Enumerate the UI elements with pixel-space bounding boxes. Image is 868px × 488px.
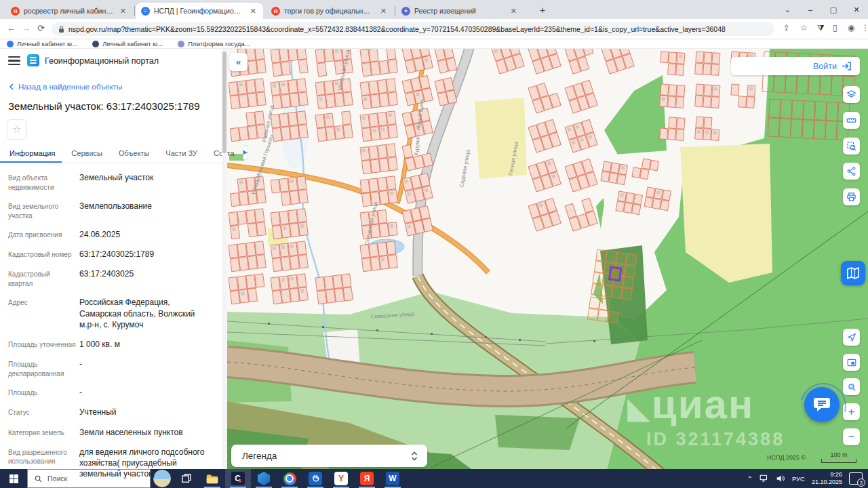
back-to-results-link[interactable]: Назад в найденные объекты [9,83,122,91]
forward-button[interactable]: → [22,23,31,33]
time: 9:26 [812,471,842,479]
bookmark-item-2[interactable]: Платформа госуда... [178,40,250,47]
tab-close-icon[interactable]: ✕ [249,7,258,16]
window-minimize-button[interactable]: – [799,5,822,14]
share-map-button[interactable] [843,163,860,180]
chrome-icon[interactable] [277,469,302,488]
sidebar-tab-части зу[interactable]: Части ЗУ [156,149,204,163]
field-label: Кадастровый квартал [8,268,76,288]
tab-close-icon[interactable]: ✕ [509,7,518,16]
back-button[interactable]: ← [7,23,16,33]
legend-dropdown[interactable]: Легенда [231,445,427,467]
tab-favicon: Я [271,7,280,16]
login-label: Войти [813,62,837,71]
favorite-star-button[interactable]: ☆ [7,119,27,140]
window-maximize-button[interactable]: ▢ [822,5,845,14]
map-canvas[interactable]: Школьная улицаРабочая улицаулица Максима… [227,49,868,469]
selected-parcel[interactable] [609,267,620,281]
sidebar-tab-сервисы[interactable]: Сервисы [62,149,109,163]
address-bar[interactable]: nspd.gov.ru/map?thematic=PKK&zoom=15.592… [52,22,774,36]
padlock-icon [58,26,64,33]
field-label: Вид объекта недвижимости [8,172,76,192]
hexagon-app-icon[interactable] [251,469,277,488]
yandex-icon[interactable]: Я [354,469,380,488]
new-tab-button[interactable]: + [536,4,549,18]
layers-button[interactable] [843,86,860,103]
area-search-button[interactable] [843,138,860,155]
field-value: Учтенный [76,407,117,418]
tab-close-icon[interactable]: ✕ [379,7,388,16]
field-value: - [76,359,82,378]
basemap-switch-button[interactable] [841,261,865,285]
field-value: 1 000 кв. м [76,339,120,350]
window-close-button[interactable]: ✕ [845,5,868,14]
page-title: Земельный участок: 63:17:2403025:1789 [8,100,199,112]
street-label: Садовая улица [458,149,471,188]
tray-chevron-icon[interactable]: ⌃ [747,475,753,483]
nspd-logo [27,54,39,66]
tab-title: торги гов ру официальный сай [284,7,375,15]
coordinate-search-button[interactable] [843,378,860,395]
field-row: Кадастровый номер63:17:2403025:1789 [8,249,212,260]
login-icon [842,62,852,70]
profile-avatar[interactable]: ◉ [848,23,854,33]
notification-center-icon[interactable]: 3 [849,472,863,485]
network-icon[interactable] [760,474,769,483]
field-label: Вид разрешенного использования [8,447,76,480]
tab-title: НСПД | Геоинформационный п [154,7,245,15]
window-controls: ⌄ – ▢ ✕ [776,0,868,19]
field-label: Площадь декларированная [8,359,76,378]
scale-bar: 100 m [821,451,856,463]
hamburger-menu-icon[interactable] [8,56,20,66]
reload-button[interactable]: ⟳ [37,23,45,33]
sidebar-tab-информация[interactable]: Информация [0,149,62,163]
clock[interactable]: 9:26 21.10.2025 [812,471,842,487]
notification-badge: 3 [857,479,865,487]
chrome-profile-chevron-icon[interactable]: ⌄ [776,5,799,14]
app-title: Геоинформационный портал [45,56,159,66]
tab-close-icon[interactable]: ✕ [119,7,127,16]
sidebar-scrollbar[interactable] [222,49,227,469]
ruler-button[interactable] [843,112,860,129]
legend-label: Легенда [242,451,277,461]
field-row: Вид объекта недвижимостиЗемельный участо… [8,172,212,192]
login-bar[interactable]: Войти [731,57,860,75]
share-icon[interactable]: ⇪ [783,23,790,33]
field-value: Земли населенных пунктов [76,427,183,438]
sidebar-tabs: ИнформацияСервисыОбъектыЧасти ЗУСоста▶ [0,144,227,163]
bookmark-star-icon[interactable]: ☆ [800,23,808,33]
tab-favicon: ≡ [141,7,150,16]
yandex-browser-icon[interactable]: Y [328,469,354,488]
tab-title: Реестр извещений [414,7,505,15]
side-panel-icon[interactable]: ▯ [833,23,837,33]
browser-tab-strip: Яросреестр личный кабинет —✕≡НСПД | Геои… [0,0,868,19]
bookmark-item-1[interactable]: Личный кабинет ю... [92,40,163,47]
chevron-left-icon [9,83,14,90]
word-icon[interactable]: W [380,469,406,488]
chat-button[interactable] [804,387,840,422]
hand-app-icon[interactable] [302,469,328,488]
sidebar-tab-объекты[interactable]: Объекты [109,149,156,163]
browser-tab-1[interactable]: ≡НСПД | Геоинформационный п✕ [136,3,263,19]
print-button[interactable] [843,188,860,205]
language-indicator[interactable]: РУС [792,475,805,483]
bookmark-item-0[interactable]: Личный кабинет ю... [7,40,77,47]
browser-tab-0[interactable]: Яросреестр личный кабинет —✕ [5,3,133,19]
overview-map-button[interactable] [843,354,860,371]
bookmarks-bar: Личный кабинет ю...Личный кабинет ю...Пл… [0,39,868,49]
geolocate-button[interactable] [843,329,860,346]
tabs-scroll-right-button[interactable]: ▶ [243,145,248,160]
field-label: Кадастровый номер [8,249,76,260]
zoom-out-button[interactable]: − [843,428,860,445]
field-value: 63:17:2403025:1789 [76,249,154,260]
speaker-icon[interactable] [776,474,785,483]
extensions-icon[interactable]: ⧩ [817,23,825,33]
field-label: Адрес [8,297,76,330]
field-label: Статус [8,407,76,418]
browser-tab-3[interactable]: ✦Реестр извещений✕ [396,3,524,19]
field-row: Вид земельного участкаЗемлепользование [8,201,212,220]
c-browser-icon[interactable]: C [225,469,251,488]
menu-dots-icon[interactable]: ⋮ [861,23,868,33]
browser-tab-2[interactable]: Яторги гов ру официальный сай✕ [266,3,393,19]
collapse-sidebar-button[interactable]: « [229,53,248,71]
